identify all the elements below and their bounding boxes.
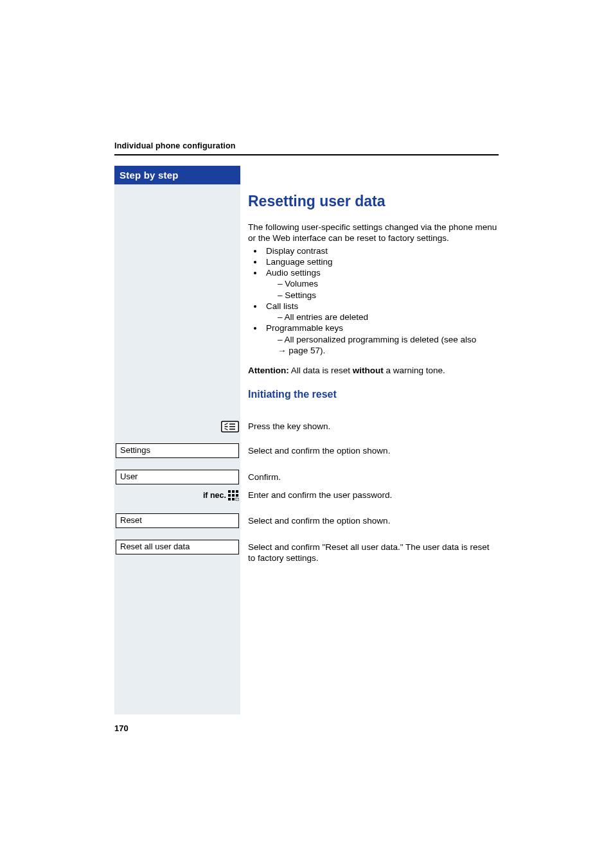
attention-text: a warning tone. [384,366,445,375]
svg-rect-9 [236,494,238,497]
svg-rect-7 [228,494,231,497]
bullet-item-label: Call lists [266,301,298,311]
step-left: Settings [114,443,240,458]
step-row: User Confirm. [114,470,499,486]
sidebar: Step by step [114,166,240,714]
sub-bullet-item: Volumes [278,278,499,289]
step-instruction: Select and confirm the option shown. [248,445,499,456]
header-rule [114,154,499,155]
step-instruction: Select and confirm the option shown. [248,515,499,526]
svg-rect-4 [228,490,231,493]
sub-bullet-text: All personalized programming is deleted … [285,335,477,344]
display-option-box: Settings [116,443,239,458]
step-instruction: Press the key shown. [248,421,499,432]
bullet-item: Audio settings Volumes Settings [263,267,499,301]
step-left: Reset all user data [114,540,240,554]
keypad-icon [227,490,239,505]
sub-bullet-list: All personalized programming is deleted … [266,334,499,357]
step-left: Reset [114,513,240,528]
intro-paragraph: The following user-specific settings cha… [248,222,499,244]
attention-line: Attention: All data is reset without a w… [248,365,499,376]
svg-rect-8 [232,494,235,497]
step-row: if nec. [114,490,499,505]
running-header: Individual phone configuration [114,141,236,150]
step-instruction: Select and confirm "Reset all user data.… [248,542,499,564]
attention-label: Attention: [248,366,289,375]
display-option-box: Reset [116,513,239,528]
subsection-heading: Initiating the reset [248,389,499,400]
display-option-box: Reset all user data [116,540,239,554]
bullet-list: Display contrast Language setting Audio … [248,245,499,357]
bullet-item-label: Audio settings [266,268,321,278]
svg-rect-11 [232,498,235,500]
menu-key-icon [221,421,239,435]
sidebar-title: Step by step [114,166,240,184]
section-heading: Resetting user data [248,193,499,210]
cross-reference[interactable]: page 57 [289,346,320,355]
bullet-item-label: Programmable keys [266,323,343,333]
sub-bullet-item: All entries are deleted [278,312,499,323]
page: Individual phone configuration Step by s… [0,0,613,868]
svg-rect-6 [236,490,238,493]
step-instruction: Enter and confirm the user password. [248,490,499,500]
svg-rect-5 [232,490,235,493]
bullet-item: Call lists All entries are deleted [263,301,499,323]
sub-bullet-text: ). [320,346,325,355]
step-row: Reset Select and confirm the option show… [114,513,499,530]
step-instruction: Confirm. [248,472,499,483]
svg-rect-12 [236,498,238,500]
bullet-item: Language setting [263,256,499,267]
svg-rect-10 [228,498,231,500]
sub-bullet-item: All personalized programming is deleted … [278,334,499,357]
if-nec-label: if nec. [203,491,226,500]
arrow-icon: → [278,346,289,355]
page-number: 170 [114,723,129,733]
attention-bold: without [353,366,384,375]
bullet-item: Display contrast [263,245,499,256]
display-option-box: User [116,470,239,484]
main-content: Resetting user data The following user-s… [248,166,499,411]
step-left: User [114,470,240,484]
bullet-item: Programmable keys All personalized progr… [263,323,499,356]
step-row: Settings Select and confirm the option s… [114,443,499,460]
attention-text: All data is reset [289,366,353,375]
sub-bullet-item: Settings [278,290,499,301]
step-row: Press the key shown. [114,421,499,436]
sub-bullet-list: Volumes Settings [266,278,499,301]
sub-bullet-list: All entries are deleted [266,312,499,323]
step-row: Reset all user data Select and confirm "… [114,540,499,565]
